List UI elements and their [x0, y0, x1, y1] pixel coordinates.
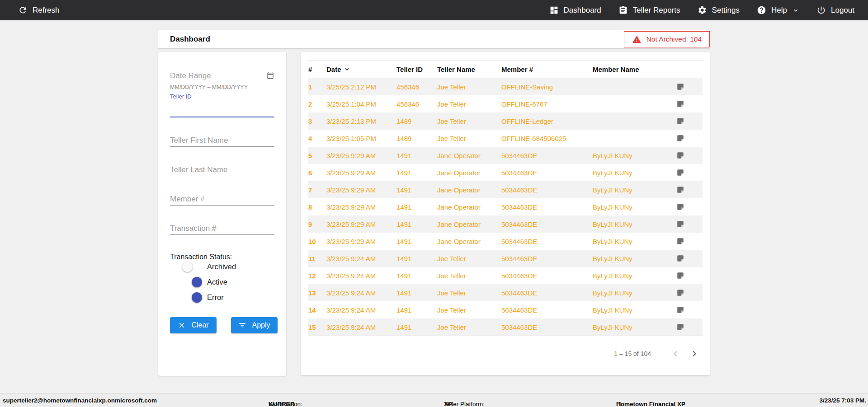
cell-date: 3/23/25 9:29 AM	[326, 186, 396, 194]
transaction-number-input[interactable]	[170, 223, 274, 235]
cell-row-number: 8	[308, 203, 326, 211]
note-icon[interactable]	[675, 254, 703, 262]
table-row[interactable]: 15 3/23/25 9:24 AM 1491 Joe Teller 50344…	[308, 318, 703, 336]
note-icon[interactable]	[675, 83, 703, 91]
pagination-range-label: 1 – 15 of 104	[614, 350, 651, 357]
apply-button[interactable]: Apply	[231, 317, 278, 333]
note-icon[interactable]	[675, 306, 703, 314]
column-header-member-num[interactable]: Member #	[501, 65, 593, 73]
toggle-active[interactable]: Active	[184, 276, 274, 287]
table-row[interactable]: 13 3/23/25 9:24 AM 1491 Joe Teller 50344…	[308, 284, 703, 301]
cell-date: 3/23/25 9:29 AM	[326, 169, 396, 177]
cell-teller-id: 1489	[396, 135, 437, 142]
column-header-teller-name[interactable]: Teller Name	[437, 65, 501, 73]
note-icon[interactable]	[675, 323, 703, 331]
cell-teller-id: 456346	[396, 100, 437, 108]
column-header-date[interactable]: Date	[326, 65, 396, 73]
page-header: Dashboard Not Archived: 104	[158, 30, 710, 48]
filter-panel: MM/DD/YYYY – MM/DD/YYYY Teller ID Transa…	[158, 52, 286, 376]
not-archived-label: Not Archived: 104	[646, 35, 702, 43]
table-row[interactable]: 3 3/23/25 2:13 PM 1489 Joe Teller OFFLIN…	[308, 112, 703, 130]
table-row[interactable]: 4 3/23/25 1:05 PM 1489 Joe Teller OFFLIN…	[308, 130, 703, 147]
transaction-status-label: Transaction Status:	[170, 253, 274, 261]
cell-teller-id: 1491	[396, 169, 437, 177]
chevron-down-icon	[792, 7, 799, 14]
note-icon[interactable]	[675, 237, 703, 245]
column-header-date-label: Date	[326, 65, 341, 73]
cell-teller-id: 1491	[396, 306, 437, 314]
nav-item-help[interactable]: Help	[757, 5, 799, 15]
cell-teller-id: 456346	[396, 83, 437, 91]
note-icon[interactable]	[675, 289, 703, 297]
note-icon[interactable]	[675, 117, 703, 125]
table-row[interactable]: 14 3/23/25 9:24 AM 1491 Joe Teller 50344…	[308, 301, 703, 318]
cell-member-number: OFFLINE-Ledger	[501, 117, 593, 125]
clear-button[interactable]: Clear	[170, 317, 217, 333]
cell-teller-id: 1491	[396, 255, 437, 262]
top-navbar: Refresh Dashboard Teller Reports Setting…	[0, 0, 868, 20]
main-content: Dashboard Not Archived: 104 MM/DD/YYYY –…	[158, 30, 710, 376]
table-row[interactable]: 5 3/23/25 9:29 AM 1491 Jane Operator 503…	[308, 147, 703, 164]
column-header-num[interactable]: #	[308, 65, 326, 73]
table-row[interactable]: 10 3/23/25 9:29 AM 1491 Jane Operator 50…	[308, 233, 703, 250]
transaction-number-field	[170, 223, 274, 235]
toggle-archived[interactable]: Archived	[184, 261, 274, 272]
nav-item-dashboard[interactable]: Dashboard	[549, 5, 601, 15]
note-icon[interactable]	[675, 100, 703, 108]
column-header-member-name[interactable]: Member Name	[593, 65, 675, 73]
cell-member-number: OFFLINE-Saving	[501, 83, 593, 91]
member-number-input[interactable]	[170, 193, 274, 206]
cell-teller-name: Jane Operator	[437, 152, 501, 159]
note-icon[interactable]	[675, 151, 703, 159]
cell-row-number: 1	[308, 83, 326, 91]
cell-row-number: 4	[308, 135, 326, 142]
cell-member-number: 5034463DE	[501, 238, 593, 245]
sort-desc-icon	[343, 65, 351, 73]
not-archived-badge[interactable]: Not Archived: 104	[624, 31, 710, 47]
toggle-switch-icon	[184, 294, 201, 301]
cell-date: 3/23/25 9:29 AM	[326, 203, 396, 211]
teller-id-input[interactable]	[170, 117, 274, 117]
nav-item-settings[interactable]: Settings	[698, 5, 740, 15]
workstation-value: KURRER	[269, 401, 295, 407]
nav-item-logout[interactable]: Logout	[816, 5, 854, 15]
cell-member-name: ByLyJI KUNy	[593, 220, 675, 228]
table-row[interactable]: 8 3/23/25 9:29 AM 1491 Jane Operator 503…	[308, 198, 703, 215]
cell-teller-name: Jane Operator	[437, 203, 501, 211]
nav-item-teller-reports[interactable]: Teller Reports	[618, 5, 680, 15]
note-icon[interactable]	[675, 168, 703, 177]
cell-teller-name: Jane Operator	[437, 186, 501, 194]
cell-teller-name: Joe Teller	[437, 100, 501, 108]
nav-item-label: Help	[771, 6, 787, 15]
note-icon[interactable]	[675, 271, 703, 280]
next-page-button[interactable]	[689, 348, 700, 359]
cell-row-number: 5	[308, 152, 326, 159]
cell-teller-id: 1491	[396, 238, 437, 245]
previous-page-button[interactable]	[670, 348, 681, 359]
refresh-button[interactable]: Refresh	[18, 5, 60, 15]
table-row[interactable]: 7 3/23/25 9:29 AM 1491 Jane Operator 503…	[308, 181, 703, 198]
table-row[interactable]: 12 3/23/25 9:24 AM 1491 Joe Teller 50344…	[308, 267, 703, 284]
cell-row-number: 9	[308, 220, 326, 228]
column-header-teller-id[interactable]: Teller ID	[396, 65, 437, 73]
teller-first-name-input[interactable]	[170, 135, 274, 147]
toggle-error[interactable]: Error	[184, 292, 274, 303]
note-icon[interactable]	[675, 220, 703, 228]
note-icon[interactable]	[675, 134, 703, 142]
teller-last-name-field	[170, 164, 274, 176]
table-row[interactable]: 1 3/25/25 2:12 PM 456346 Joe Teller OFFL…	[308, 78, 703, 95]
calendar-icon[interactable]	[266, 71, 274, 80]
table-row[interactable]: 9 3/23/25 9:29 AM 1491 Jane Operator 503…	[308, 215, 703, 233]
cell-date: 3/23/25 2:13 PM	[326, 117, 396, 125]
table-row[interactable]: 2 3/25/25 1:04 PM 456346 Joe Teller OFFL…	[308, 95, 703, 112]
logged-in-user: superteller2@hometownfinancialxp.onmicro…	[3, 397, 157, 404]
cell-member-number: 5034463DE	[501, 306, 593, 314]
teller-last-name-input[interactable]	[170, 164, 274, 176]
power-icon	[816, 5, 826, 15]
table-row[interactable]: 6 3/23/25 9:29 AM 1491 Jane Operator 503…	[308, 164, 703, 181]
date-range-input[interactable]	[170, 70, 274, 82]
refresh-icon	[18, 5, 28, 15]
note-icon[interactable]	[675, 186, 703, 194]
table-row[interactable]: 11 3/23/25 9:24 AM 1491 Joe Teller 50344…	[308, 250, 703, 267]
note-icon[interactable]	[675, 203, 703, 211]
